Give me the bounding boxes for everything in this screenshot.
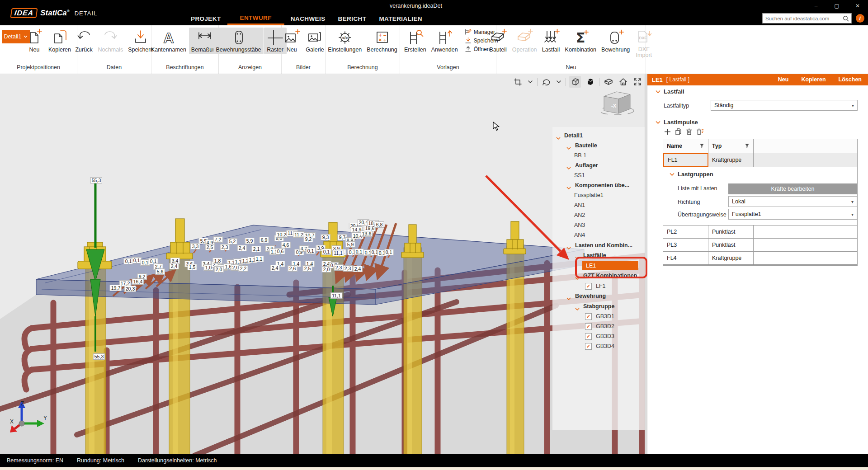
panel-neu-button[interactable]: Neu [778, 76, 789, 83]
tree-item-komponenten-übe[interactable]: Komponenten übe... [575, 182, 629, 188]
table-row-fl1[interactable]: FL1 Kraftgruppe [663, 153, 857, 167]
chevron-down-icon[interactable] [566, 183, 571, 192]
section-lastimpulse[interactable]: Lastimpulse [656, 119, 698, 126]
view-solid-icon[interactable] [584, 76, 596, 88]
view-wireframe-icon[interactable] [569, 76, 581, 88]
chevron-down-icon[interactable] [575, 254, 580, 262]
col-header-typ[interactable]: Typ [708, 139, 754, 153]
clip-view-icon[interactable] [603, 76, 614, 87]
cell-typ[interactable]: Kraftgruppe [708, 153, 754, 167]
kraefte-bearbeiten-button[interactable]: Kräfte bearbeiten [728, 183, 857, 194]
cell-name[interactable]: PL2 [663, 226, 708, 238]
tab-materialien[interactable]: MATERIALIEN [373, 12, 429, 25]
col-header-name[interactable]: Name [663, 139, 708, 153]
panel-loeschen-button[interactable]: Löschen [839, 76, 862, 83]
tree-item-an1[interactable]: AN1 [574, 202, 585, 208]
tree-item-gb3d2[interactable]: GB3D2 [596, 323, 614, 329]
delete-all-icon[interactable] [696, 128, 704, 136]
chevron-down-icon[interactable] [555, 79, 562, 85]
chevron-down-icon[interactable] [575, 274, 580, 282]
add-icon[interactable] [664, 128, 671, 136]
viewport[interactable]: -X Z Y X 55,355,30,10,10,10,12,75,69,217… [0, 74, 645, 454]
tree-item-detail1[interactable]: Detail1 [564, 132, 583, 139]
tab-bericht[interactable]: BERICHT [332, 12, 373, 25]
tree-checkbox[interactable]: ✓ [585, 343, 592, 350]
tree-item-bewehrung[interactable]: Bewehrung [575, 293, 606, 299]
kombination-button[interactable]: Σ Kombination [563, 28, 599, 54]
tree-item-lastfälle[interactable]: Lastfälle [583, 252, 606, 258]
kantennamen-button[interactable]: A Kantennamen [149, 28, 189, 54]
bild-neu-button[interactable]: Neu [280, 28, 303, 54]
bewehrung-button[interactable]: Bewehrung [599, 28, 632, 54]
tree-item-gb3d4[interactable]: GB3D4 [596, 343, 614, 349]
tree-item-an4[interactable]: AN4 [574, 232, 585, 238]
table-row-pl2[interactable]: PL2 Punktlast [663, 226, 857, 239]
tree-item-lasten-und-kombin[interactable]: Lasten und Kombin... [575, 242, 632, 249]
filter-icon[interactable] [700, 144, 704, 148]
tree-checkbox[interactable]: ✓ [585, 313, 592, 320]
chevron-down-icon[interactable] [566, 144, 571, 152]
erstellen-button[interactable]: Erstellen [402, 28, 429, 54]
bauteil-button[interactable]: Bauteil [487, 28, 509, 54]
uebertragungsweise-select[interactable]: Fussplatte1▾ [728, 209, 857, 220]
navigation-cube[interactable]: -X [598, 87, 637, 117]
chevron-down-icon[interactable] [556, 134, 561, 142]
cell-name[interactable]: FL1 [663, 153, 708, 167]
table-row-pl3[interactable]: PL3 Punktlast [663, 239, 857, 252]
search-input[interactable] [763, 16, 842, 21]
minimize-button[interactable]: – [806, 0, 826, 12]
cell-typ[interactable]: Kraftgruppe [708, 252, 754, 264]
home-view-icon[interactable] [618, 76, 629, 87]
operation-button[interactable]: Operation [510, 28, 539, 54]
tree-item-le1[interactable]: LE1 [586, 263, 596, 269]
project-selector[interactable]: Detail1 [2, 30, 30, 43]
tree-item-an3[interactable]: AN3 [574, 222, 585, 228]
kopieren-button[interactable]: Kopieren [46, 28, 73, 54]
lastfall-button[interactable]: Lastfall [540, 28, 562, 54]
chevron-down-icon[interactable] [566, 164, 571, 172]
tree-item-stabgruppe[interactable]: Stabgruppe [583, 303, 614, 310]
tree-item-auflager[interactable]: Auflager [575, 162, 598, 169]
anwenden-button[interactable]: Anwenden [429, 28, 460, 54]
tree-item-gb3d3[interactable]: GB3D3 [596, 333, 614, 339]
close-button[interactable]: ✕ [847, 0, 868, 12]
zurueck-button[interactable]: Zurück [73, 28, 95, 54]
berechnung-button[interactable]: +−×÷ Berechnung [364, 28, 399, 54]
delete-icon[interactable] [685, 128, 693, 136]
tree-item-bb-1[interactable]: BB 1 [574, 152, 586, 159]
tree-item-fussplatte1[interactable]: Fussplatte1 [574, 192, 604, 198]
maximize-button[interactable]: ▢ [826, 0, 847, 12]
chevron-down-icon[interactable] [575, 305, 580, 313]
tree-checkbox[interactable]: ✓ [585, 333, 592, 340]
cell-typ[interactable]: Punktlast [708, 239, 754, 251]
richtung-select[interactable]: Lokal▾ [728, 196, 857, 207]
tree-item-gzt-kombinationen[interactable]: GZT Kombinationen [583, 273, 637, 279]
tree-item-bauteile[interactable]: Bauteile [575, 142, 597, 149]
cell-name[interactable]: FL4 [663, 252, 708, 264]
tree-checkbox[interactable]: ✓ [585, 283, 592, 290]
chevron-down-icon[interactable] [566, 244, 571, 252]
chevron-down-icon[interactable] [527, 79, 534, 85]
tree-checkbox[interactable]: ✓ [585, 323, 592, 330]
tree-item-ss1[interactable]: SS1 [574, 172, 585, 179]
search-box[interactable] [762, 13, 852, 24]
tab-entwurf[interactable]: ENTWURF [227, 12, 284, 25]
table-row-fl4[interactable]: FL4 Kraftgruppe [663, 252, 857, 265]
copy-icon[interactable] [675, 128, 682, 136]
tree-item-lf1[interactable]: LF1 [596, 283, 606, 289]
bewehrungsstaebe-button[interactable]: Bewehrungsstäbe [213, 28, 263, 54]
fullscreen-icon[interactable] [632, 76, 643, 87]
lastfalltyp-select[interactable]: Ständig▾ [711, 100, 858, 111]
info-icon[interactable]: i [856, 14, 864, 23]
crop-tool-icon[interactable] [512, 76, 524, 88]
tree-item-gb3d1[interactable]: GB3D1 [596, 313, 614, 320]
rotate-tool-icon[interactable] [541, 76, 552, 88]
einstellungen-button[interactable]: </> Einstellungen [326, 28, 364, 54]
cell-typ[interactable]: Punktlast [708, 226, 754, 238]
chevron-down-icon[interactable] [566, 294, 571, 302]
tab-nachweis[interactable]: NACHWEIS [284, 12, 332, 25]
section-lastfall[interactable]: Lastfall [656, 88, 684, 95]
panel-kopieren-button[interactable]: Kopieren [801, 76, 826, 83]
tab-projekt[interactable]: PROJEKT [184, 12, 227, 25]
cell-name[interactable]: PL3 [663, 239, 708, 251]
